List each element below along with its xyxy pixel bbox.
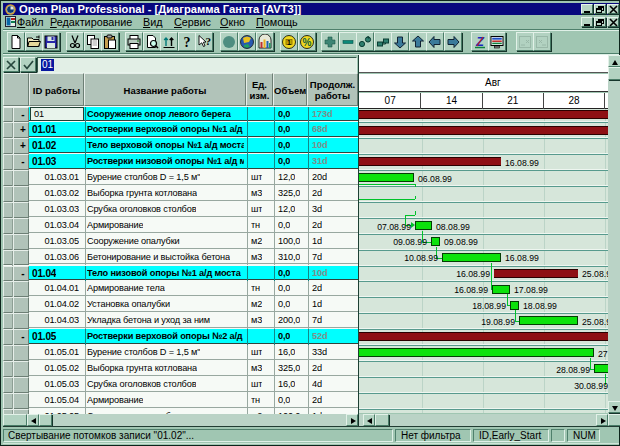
svg-text:?: ? [183,35,190,50]
svg-text:%: % [303,37,312,48]
svg-text:?: ? [206,35,212,47]
svg-text:1: 1 [287,39,291,46]
